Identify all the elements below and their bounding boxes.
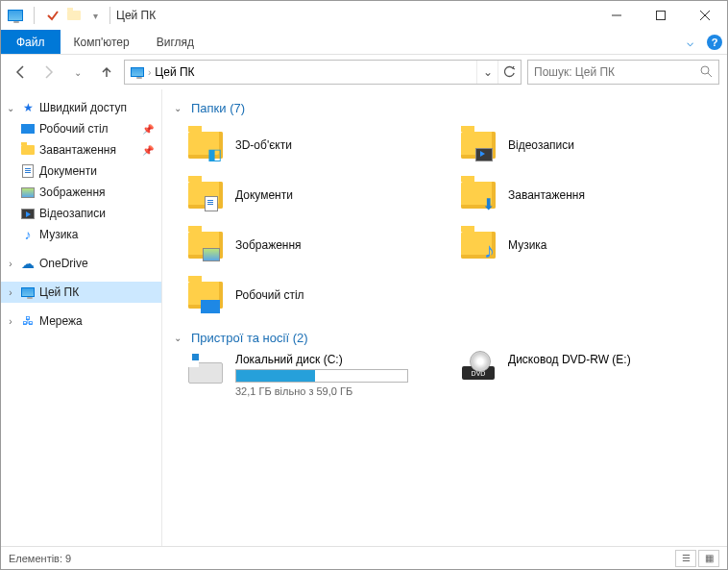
tree-downloads[interactable]: Завантаження📌: [1, 139, 161, 161]
pin-icon: 📌: [142, 124, 154, 135]
search-box[interactable]: [527, 60, 719, 85]
tree-label: Цей ПК: [39, 285, 79, 299]
folder-3d-objects[interactable]: ◧3D-об'єкти: [185, 123, 443, 167]
chevron-right-icon[interactable]: ›: [5, 316, 16, 327]
folder-desktop[interactable]: Робочий стіл: [185, 273, 443, 317]
drive-dvd[interactable]: DVD Дисковод DVD-RW (E:): [458, 353, 716, 405]
tree-documents[interactable]: Документи: [1, 161, 161, 182]
image-icon: [203, 248, 220, 261]
tree-label: Музика: [39, 228, 79, 241]
tree-label: Мережа: [39, 314, 83, 328]
tree-videos[interactable]: Відеозаписи: [1, 203, 161, 224]
app-icon[interactable]: [7, 7, 24, 24]
refresh-button[interactable]: [497, 61, 519, 84]
view-details-button[interactable]: ☰: [675, 550, 696, 567]
ribbon: Файл Комп'ютер Вигляд ⌵ ?: [1, 30, 727, 55]
group-devices[interactable]: ⌄ Пристрої та носії (2): [174, 331, 716, 345]
file-tab[interactable]: Файл: [1, 30, 61, 54]
address-bar[interactable]: › Цей ПК ⌄: [124, 60, 522, 85]
document-icon: [20, 163, 36, 179]
chevron-down-icon: ⌄: [174, 103, 187, 113]
status-bar: Елементів: 9 ☰ ▦: [1, 546, 727, 569]
network-icon: 🖧: [20, 313, 36, 329]
group-title: Папки (7): [191, 101, 245, 115]
chevron-right-icon[interactable]: ›: [5, 259, 16, 269]
maximize-button[interactable]: [639, 1, 683, 30]
drive-name: Локальний диск (C:): [235, 353, 443, 366]
new-folder-icon[interactable]: [65, 7, 83, 24]
window-title: Цей ПК: [116, 9, 156, 22]
nav-back-button[interactable]: [9, 61, 32, 84]
ribbon-collapse-icon[interactable]: ⌵: [677, 30, 702, 54]
item-label: Зображення: [235, 238, 302, 252]
breadcrumb[interactable]: Цей ПК: [151, 65, 198, 79]
document-icon: [205, 196, 218, 211]
tree-label: Завантаження: [39, 143, 116, 157]
item-label: Завантаження: [508, 188, 585, 202]
hdd-icon: [188, 362, 223, 384]
tree-onedrive[interactable]: ›☁OneDrive: [1, 253, 161, 274]
nav-forward-button[interactable]: [37, 61, 61, 84]
tree-this-pc[interactable]: ›Цей ПК: [1, 282, 161, 303]
help-icon: ?: [707, 35, 722, 50]
tree-label: Зображення: [39, 186, 106, 199]
search-input[interactable]: [534, 65, 699, 79]
music-icon: ♪: [20, 227, 36, 242]
cloud-icon: ☁: [20, 256, 36, 271]
view-tiles-button[interactable]: ▦: [698, 550, 719, 567]
address-icon: [131, 67, 144, 77]
item-label: Музика: [508, 238, 547, 252]
qat-dropdown-icon[interactable]: ▾: [86, 7, 104, 24]
group-folders[interactable]: ⌄ Папки (7): [174, 101, 716, 115]
item-label: 3D-об'єкти: [235, 138, 292, 152]
item-label: Робочий стіл: [235, 288, 304, 302]
drive-name: Дисковод DVD-RW (E:): [508, 353, 716, 366]
image-icon: [20, 185, 36, 200]
nav-up-button[interactable]: [95, 61, 118, 84]
tree-label: OneDrive: [39, 257, 88, 270]
music-icon: ♪: [484, 238, 495, 263]
tree-pictures[interactable]: Зображення: [1, 182, 161, 203]
folder-documents[interactable]: Документи: [185, 173, 443, 217]
help-button[interactable]: ?: [702, 30, 727, 54]
minimize-button[interactable]: [595, 1, 639, 30]
chevron-right-icon[interactable]: ›: [5, 287, 16, 298]
folder-downloads[interactable]: ⬇Завантаження: [458, 173, 716, 217]
dvd-icon: DVD: [462, 366, 495, 380]
tree-quick-access[interactable]: ⌄ ★ Швидкий доступ: [1, 97, 161, 118]
nav-history-dropdown[interactable]: ⌄: [66, 61, 89, 84]
folder-music[interactable]: ♪Музика: [458, 223, 716, 267]
tree-network[interactable]: ›🖧Мережа: [1, 310, 161, 332]
item-label: Документи: [235, 188, 293, 202]
tab-view[interactable]: Вигляд: [143, 30, 207, 54]
folder-icon: [20, 142, 36, 158]
tree-label: Робочий стіл: [39, 122, 109, 136]
tree-label: Швидкий доступ: [39, 101, 127, 114]
properties-icon[interactable]: [44, 7, 61, 24]
download-arrow-icon: ⬇: [482, 195, 495, 213]
drive-free-text: 32,1 ГБ вільно з 59,0 ГБ: [235, 385, 443, 397]
tree-desktop[interactable]: Робочий стіл📌: [1, 118, 161, 139]
tree-music[interactable]: ♪Музика: [1, 224, 161, 245]
search-icon: [699, 64, 713, 81]
group-title: Пристрої та носії (2): [191, 331, 308, 345]
drive-c[interactable]: Локальний диск (C:) 32,1 ГБ вільно з 59,…: [185, 353, 443, 405]
folder-pictures[interactable]: Зображення: [185, 223, 443, 267]
folder-videos[interactable]: Відеозаписи: [458, 123, 716, 167]
navigation-pane: ⌄ ★ Швидкий доступ Робочий стіл📌 Заванта…: [1, 89, 162, 546]
desktop-icon: [20, 121, 36, 136]
svg-rect-1: [657, 12, 666, 20]
pc-icon: [20, 285, 36, 300]
drive-usage-bar: [235, 369, 408, 383]
chevron-down-icon[interactable]: ⌄: [5, 103, 16, 113]
svg-point-4: [701, 66, 709, 74]
star-icon: ★: [20, 100, 36, 115]
film-icon: [475, 148, 493, 161]
item-label: Відеозаписи: [508, 138, 574, 152]
navigation-bar: ⌄ › Цей ПК ⌄: [1, 55, 727, 89]
video-icon: [20, 206, 36, 221]
tab-computer[interactable]: Комп'ютер: [61, 30, 143, 54]
status-text: Елементів: 9: [9, 553, 71, 564]
address-dropdown-icon[interactable]: ⌄: [476, 61, 497, 84]
close-button[interactable]: [683, 1, 727, 30]
